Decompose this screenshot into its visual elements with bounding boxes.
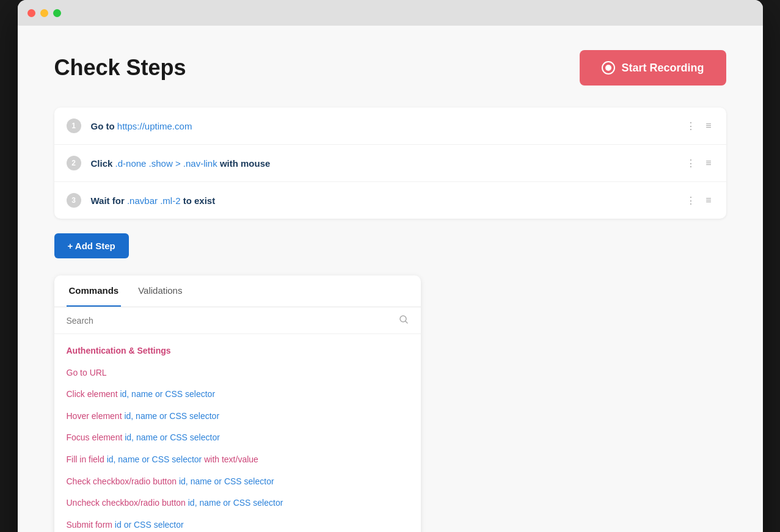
main-content: Check Steps Start Recording 1 Go to http… — [18, 26, 763, 532]
step-drag-icon[interactable]: ≡ — [703, 156, 713, 170]
step-content: Go to https://uptime.com — [91, 121, 674, 131]
tab-validations[interactable]: Validations — [136, 275, 184, 307]
step-controls: ⋮ ≡ — [683, 156, 713, 170]
step-row: 2 Click .d-none .show > .nav-link with m… — [54, 145, 726, 182]
maximize-button[interactable] — [53, 9, 61, 17]
step-row: 1 Go to https://uptime.com ⋮ ≡ — [54, 107, 726, 145]
step-url: https://uptime.com — [117, 121, 192, 131]
command-text: Focus element — [67, 432, 125, 442]
command-selector: id, name or CSS selector — [124, 411, 219, 421]
add-step-label: + Add Step — [68, 241, 115, 251]
command-text: with text/value — [202, 454, 258, 464]
step-action: with mouse — [220, 158, 271, 169]
list-item[interactable]: Uncheck checkbox/radio button id, name o… — [67, 492, 421, 514]
step-keyword: Go to — [91, 121, 117, 131]
command-selector: id, name or CSS selector — [125, 432, 220, 442]
commands-panel: Commands Validations Authentication & S — [54, 275, 421, 532]
command-text: Hover element — [67, 411, 125, 421]
record-icon — [602, 61, 615, 75]
tabs-bar: Commands Validations — [54, 275, 421, 307]
list-item[interactable]: Click element id, name or CSS selector — [67, 384, 421, 406]
title-bar — [18, 0, 763, 26]
step-drag-icon[interactable]: ≡ — [703, 119, 713, 133]
start-recording-label: Start Recording — [621, 62, 704, 75]
step-controls: ⋮ ≡ — [683, 119, 713, 133]
command-text: Go to URL — [67, 368, 107, 377]
step-selector: .d-none .show > .nav-link — [115, 158, 220, 169]
step-number: 2 — [67, 156, 81, 170]
step-content: Wait for .navbar .ml-2 to exist — [91, 195, 674, 206]
app-window: Check Steps Start Recording 1 Go to http… — [18, 0, 763, 532]
command-selector: id, name or CSS selector — [188, 498, 283, 508]
category-label: Authentication & Settings — [67, 346, 171, 355]
command-selector: id, name or CSS selector — [120, 389, 215, 399]
command-selector: id, name or CSS selector — [107, 454, 202, 464]
search-box — [54, 307, 421, 334]
command-text: Click element — [67, 389, 120, 399]
record-dot — [605, 65, 611, 71]
start-recording-button[interactable]: Start Recording — [580, 50, 726, 86]
page-header: Check Steps Start Recording — [54, 50, 726, 86]
commands-list: Authentication & Settings Go to URL Clic… — [54, 334, 421, 532]
step-row: 3 Wait for .navbar .ml-2 to exist ⋮ ≡ — [54, 182, 726, 219]
add-step-button[interactable]: + Add Step — [54, 233, 129, 258]
list-item[interactable]: Hover element id, name or CSS selector — [67, 406, 421, 428]
step-selector: .navbar .ml-2 — [127, 195, 183, 206]
minimize-button[interactable] — [40, 9, 48, 17]
list-item[interactable]: Go to URL — [67, 362, 421, 384]
step-controls: ⋮ ≡ — [683, 194, 713, 208]
step-menu-icon[interactable]: ⋮ — [683, 119, 698, 133]
step-keyword: Click — [91, 158, 115, 169]
search-icon — [399, 315, 409, 326]
step-menu-icon[interactable]: ⋮ — [683, 156, 698, 170]
page-title: Check Steps — [54, 55, 186, 81]
list-item[interactable]: Fill in field id, name or CSS selector w… — [67, 449, 421, 471]
svg-line-1 — [405, 321, 407, 324]
search-input[interactable] — [67, 316, 394, 326]
step-number: 1 — [67, 118, 81, 133]
step-drag-icon[interactable]: ≡ — [703, 194, 713, 207]
command-text: Fill in field — [67, 454, 107, 464]
close-button[interactable] — [27, 9, 35, 17]
steps-list: 1 Go to https://uptime.com ⋮ ≡ 2 Click .… — [54, 107, 726, 219]
step-action: to exist — [183, 195, 216, 206]
command-selector: id or CSS selector — [115, 520, 184, 530]
command-selector: id, name or CSS selector — [179, 476, 274, 486]
list-item[interactable]: Submit form id or CSS selector — [67, 514, 421, 532]
step-content: Click .d-none .show > .nav-link with mou… — [91, 158, 674, 169]
list-item[interactable]: Check checkbox/radio button id, name or … — [67, 471, 421, 493]
step-menu-icon[interactable]: ⋮ — [683, 194, 698, 208]
command-category[interactable]: Authentication & Settings — [67, 340, 421, 362]
command-text: Check checkbox/radio button — [67, 476, 179, 486]
command-text: Submit form — [67, 520, 115, 530]
tab-commands[interactable]: Commands — [67, 275, 122, 307]
step-keyword: Wait for — [91, 195, 127, 206]
command-text: Uncheck checkbox/radio button — [67, 498, 188, 508]
step-number: 3 — [67, 193, 81, 208]
list-item[interactable]: Focus element id, name or CSS selector — [67, 427, 421, 449]
